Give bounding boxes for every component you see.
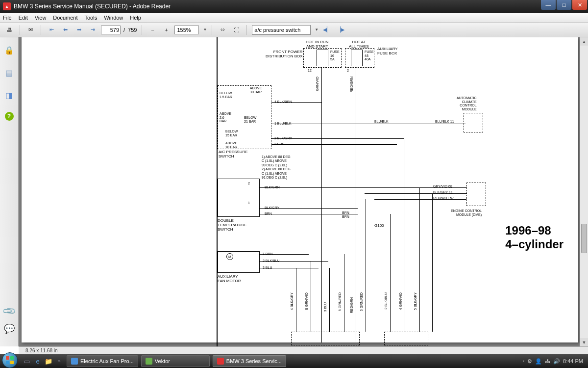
scroll-up-button[interactable]: ▲ [580, 37, 588, 46]
find-prev-button[interactable]: ◀▏ [321, 25, 332, 35]
label-front-power: FRONT POWERDISTRIBUTION BOX [266, 50, 303, 59]
taskbar-item-vektor[interactable]: Vektor [141, 355, 210, 367]
zoom-dropdown-icon[interactable]: ▼ [203, 27, 207, 32]
scroll-thumb[interactable] [581, 224, 587, 253]
wire-fm-1 [260, 254, 309, 255]
menu-tools[interactable]: Tools [85, 15, 98, 21]
label-below-15b: BELOW15 BAR [225, 130, 238, 137]
wire-v7 [405, 138, 405, 332]
wire-v4 [344, 254, 344, 332]
fit-width-button[interactable]: ⬄ [217, 25, 228, 35]
label-hot-run: HOT IN RUNAND START [306, 40, 329, 49]
prev-page-button[interactable]: ⬅ [60, 25, 71, 35]
tray-chevron-icon[interactable]: ‹ [523, 359, 524, 364]
menu-help[interactable]: Help [130, 15, 141, 21]
next-page-button[interactable]: ➡ [74, 25, 84, 35]
explorer-icon[interactable]: 📁 [44, 357, 53, 366]
connector-2 [384, 332, 428, 345]
menu-document[interactable]: Document [53, 15, 77, 21]
fan-motor-box [218, 251, 260, 273]
fit-page-button[interactable]: ⛶ [231, 25, 242, 35]
ie-icon[interactable]: e [33, 357, 42, 366]
sidebar: 🔒 ▤ ◨ ? 📎 💬 [0, 37, 19, 346]
page-dimensions: 8.26 x 11.68 in [25, 348, 58, 353]
label-g100: G100 [374, 224, 384, 228]
label-above-18: ABOVE18 BAR [225, 141, 237, 149]
label-blu-blk-11: BLU/BLK 11 [435, 120, 454, 124]
wire-fm-2 [260, 261, 328, 262]
climate-module-box [464, 113, 483, 132]
wire-grn-vio [321, 68, 322, 342]
maximize-button[interactable]: □ [557, 0, 571, 10]
comments-icon[interactable]: 💬 [3, 323, 15, 335]
label-climate-module: AUTOMATICCLIMATECONTROLMODULE [457, 96, 477, 111]
label-vw4: 5 GRN/RED [338, 292, 342, 311]
close-button[interactable]: ✕ [572, 0, 587, 10]
zoom-in-button[interactable]: + [161, 25, 172, 35]
label-ts-2: 2 [248, 182, 250, 185]
print-button[interactable]: 🖶 [4, 25, 15, 35]
tray-icon-3[interactable]: 🖧 [545, 358, 550, 364]
menu-view[interactable]: View [35, 15, 47, 21]
menu-file[interactable]: File [3, 15, 12, 21]
email-button[interactable]: ✉ [25, 25, 36, 35]
vertical-scrollbar[interactable]: ▲ ▼ [580, 37, 588, 346]
security-icon[interactable]: 🔒 [3, 44, 15, 56]
page-number-input[interactable] [101, 26, 121, 34]
menubar: File Edit View Document Tools Window Hel… [0, 13, 588, 23]
window-controls: — □ ✕ [540, 0, 587, 10]
wire-v8 [419, 187, 420, 332]
label-vw9: 5 BLK/GRY [414, 292, 417, 310]
menu-edit[interactable]: Edit [19, 15, 28, 21]
first-page-button[interactable]: ⇤ [46, 25, 57, 35]
motor-symbol: M [226, 253, 233, 260]
last-page-button[interactable]: ⇥ [87, 25, 98, 35]
zoom-out-button[interactable]: − [147, 25, 158, 35]
tray-icon-1[interactable]: ⚙ [527, 358, 532, 365]
attachments-icon[interactable]: 📎 [1, 303, 18, 319]
help-icon[interactable]: ? [5, 112, 14, 121]
ie-small-icon [71, 358, 78, 365]
menu-window[interactable]: Window [104, 15, 123, 21]
fuse-16 [317, 50, 328, 66]
show-desktop-icon[interactable]: ▭ [23, 357, 31, 366]
system-tray: ‹ ⚙ 👤 🖧 🔊 8:44 PM [523, 358, 588, 365]
label-vw6: 6 GRN/RED [360, 292, 364, 311]
label-below-15: BELOW1.5 BAR [220, 91, 232, 99]
label-fan-motor: AUXILIARYFAN MOTOR [218, 275, 241, 284]
label-temp-switch: DOUBLETEMPERATURESWITCH [218, 219, 247, 232]
label-vw7: 2 BLK/BLU [384, 292, 388, 310]
separator [20, 25, 20, 35]
start-button[interactable] [0, 354, 20, 368]
taskbar-item-pdf[interactable]: BMW 3 Series Servic... [213, 355, 286, 367]
separator [246, 25, 247, 35]
ecm-box [466, 183, 486, 206]
tray-icon-2[interactable]: 👤 [535, 358, 542, 365]
minimize-button[interactable]: — [541, 0, 556, 10]
label-vw3: 3 BLU [323, 302, 327, 312]
pages-panel-icon[interactable]: ▤ [3, 67, 15, 79]
taskbar: ▭ e 📁 » Electric Aux Fan Pro... Vektor B… [0, 354, 588, 368]
wire-v6 [390, 214, 391, 332]
wire-v3 [329, 268, 330, 332]
wire-h4 [271, 144, 397, 145]
find-next-button[interactable]: ▕▶ [335, 25, 346, 35]
statusbar: 8.26 x 11.68 in [19, 346, 588, 354]
taskbar-item-browser[interactable]: Electric Aux Fan Pro... [67, 355, 138, 367]
separator [212, 25, 212, 35]
search-dropdown-icon[interactable]: ▼ [315, 27, 318, 32]
tray-clock[interactable]: 8:44 PM [563, 358, 583, 364]
tray-volume-icon[interactable]: 🔊 [553, 358, 560, 365]
label-grn-vio-vert: GRN/VIO [316, 77, 319, 91]
zoom-input[interactable] [174, 26, 199, 34]
wire-red-grn [356, 68, 356, 342]
label-below-21: BELOW21 BAR [244, 116, 256, 123]
pdf-icon: ▲ [3, 2, 11, 10]
wire-v2 [311, 261, 311, 332]
layers-panel-icon[interactable]: ◨ [3, 89, 15, 101]
label-vw1: 4 BLK/GRY [290, 292, 294, 310]
quick-chevron-icon[interactable]: » [55, 357, 64, 366]
scroll-down-button[interactable]: ▼ [580, 338, 588, 346]
wire-ts-1 [260, 187, 434, 188]
search-input[interactable] [252, 25, 311, 35]
